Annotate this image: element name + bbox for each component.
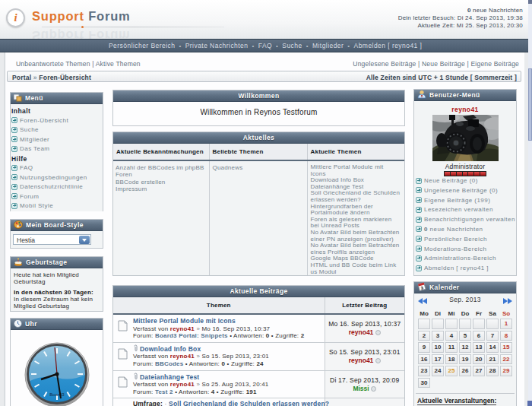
svg-text:Board3: Board3 [49,392,65,397]
